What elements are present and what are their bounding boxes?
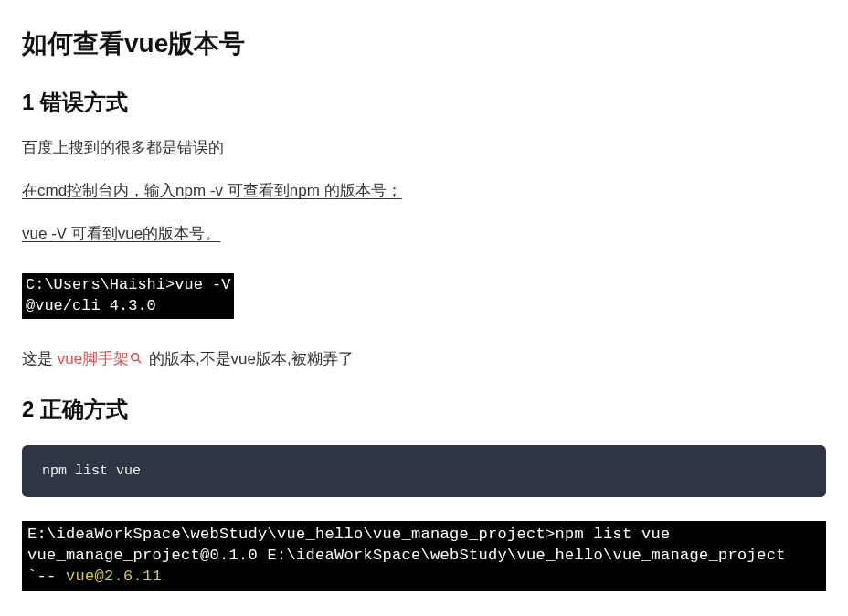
paragraph-intro: 百度上搜到的很多都是错误的 [22, 135, 826, 162]
search-icon[interactable] [130, 352, 143, 365]
terminal-vue-cli: C:\Users\Haishi>vue -V @vue/cli 4.3.0 [22, 273, 234, 319]
code-block-npm-list: npm list vue [22, 445, 826, 498]
page-title: 如何查看vue版本号 [22, 22, 826, 66]
paragraph-vue-cmd: vue -V 可看到vue的版本号。 [22, 221, 826, 248]
section-heading-correct: 2 正确方式 [22, 391, 826, 429]
terminal-vue-version: vue@2.6.11 [66, 568, 162, 585]
explain-suffix: 的版本,不是vue版本,被糊弄了 [144, 350, 354, 367]
paragraph-explain: 这是 vue脚手架 的版本,不是vue版本,被糊弄了 [22, 346, 826, 373]
section-heading-wrong: 1 错误方式 [22, 84, 826, 122]
terminal-npm-list-output: E:\ideaWorkSpace\webStudy\vue_hello\vue_… [22, 521, 826, 591]
paragraph-npm-cmd: 在cmd控制台内，输入npm -v 可查看到npm 的版本号； [22, 178, 826, 205]
explain-prefix: 这是 [22, 350, 58, 367]
svg-point-0 [132, 354, 139, 361]
terminal-tree-prefix: `-- [27, 568, 66, 585]
highlight-scaffold: vue脚手架 [58, 350, 129, 367]
terminal-line-2: vue_manage_project@0.1.0 E:\ideaWorkSpac… [27, 547, 786, 564]
terminal-line-1: E:\ideaWorkSpace\webStudy\vue_hello\vue_… [27, 526, 671, 543]
svg-line-1 [138, 360, 142, 364]
